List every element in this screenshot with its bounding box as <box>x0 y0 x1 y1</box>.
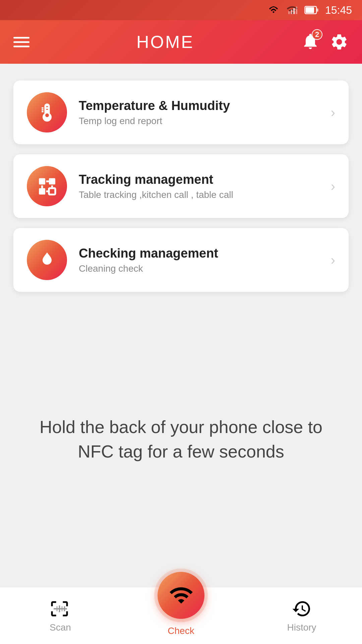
history-label: History <box>287 622 316 633</box>
temp-humidity-title: Temperature & Humudity <box>79 99 319 113</box>
tracking-title: Tracking management <box>79 172 319 187</box>
main-content: Temperature & Humudity Temp log end repo… <box>0 64 362 587</box>
notification-button[interactable]: 2 <box>301 32 320 52</box>
menu-button[interactable] <box>13 37 29 47</box>
nav-scan[interactable]: Scan <box>0 599 121 633</box>
svg-rect-13 <box>49 188 55 194</box>
temp-humidity-subtitle: Temp log end report <box>79 116 319 126</box>
checking-chevron: › <box>331 253 335 268</box>
nfc-check-icon <box>169 583 194 608</box>
status-time: 15:45 <box>325 4 352 16</box>
drop-icon <box>36 249 58 271</box>
tracking-text: Tracking management Table tracking ,kitc… <box>79 172 319 200</box>
svg-rect-10 <box>39 178 45 184</box>
tracking-card[interactable]: Tracking management Table tracking ,kitc… <box>13 154 349 218</box>
nav-history[interactable]: History <box>241 599 362 633</box>
thermometer-icon <box>36 102 58 123</box>
scan-icon <box>50 599 70 619</box>
notification-badge: 2 <box>312 29 322 40</box>
svg-rect-12 <box>39 188 45 194</box>
tracking-subtitle: Table tracking ,kitchen call , table cal… <box>79 190 319 200</box>
svg-rect-0 <box>288 11 290 14</box>
tracking-icon-circle <box>27 166 67 206</box>
page-title: HOME <box>136 32 194 52</box>
temp-humidity-card[interactable]: Temperature & Humudity Temp log end repo… <box>13 80 349 144</box>
scan-label: Scan <box>50 622 71 633</box>
wifi-icon <box>267 5 280 15</box>
svg-rect-3 <box>296 7 297 14</box>
check-label: Check <box>168 626 194 636</box>
cell-signal-icon <box>286 4 298 16</box>
checking-subtitle: Cleaning check <box>79 263 319 274</box>
checking-text: Checking management Cleaning check <box>79 246 319 274</box>
temp-humidity-text: Temperature & Humudity Temp log end repo… <box>79 99 319 126</box>
nav-check[interactable]: Check <box>121 569 241 636</box>
checking-card[interactable]: Checking management Cleaning check › <box>13 228 349 292</box>
bottom-navigation: Scan Check History <box>0 587 362 644</box>
header-actions: 2 <box>301 32 349 52</box>
check-fab-bg <box>154 569 208 622</box>
temp-icon-circle <box>27 92 67 132</box>
nfc-message-text: Hold the back of your phone close to NFC… <box>27 415 335 464</box>
checking-icon-circle <box>27 240 67 280</box>
svg-rect-6 <box>306 7 314 13</box>
nfc-message-container: Hold the back of your phone close to NFC… <box>13 302 349 577</box>
history-icon <box>292 599 312 619</box>
svg-rect-11 <box>49 178 55 184</box>
tracking-icon <box>36 175 58 197</box>
status-icons: 15:45 <box>267 4 352 16</box>
check-fab[interactable] <box>158 572 204 619</box>
tracking-chevron: › <box>331 179 335 194</box>
temp-humidity-chevron: › <box>331 105 335 120</box>
checking-title: Checking management <box>79 246 319 261</box>
svg-rect-5 <box>317 8 318 11</box>
status-bar: 15:45 <box>0 0 362 20</box>
app-header: HOME 2 <box>0 20 362 64</box>
battery-icon <box>304 5 319 15</box>
svg-rect-1 <box>291 10 292 14</box>
svg-rect-2 <box>293 8 295 14</box>
settings-icon[interactable] <box>330 33 349 51</box>
